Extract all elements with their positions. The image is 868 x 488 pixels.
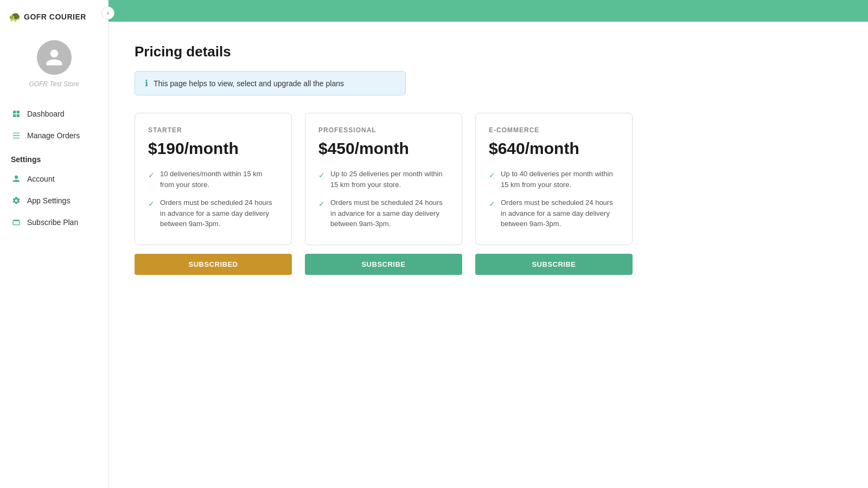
sidebar-item-account-label: Account bbox=[27, 175, 55, 183]
sidebar: ‹ 🐢 GOFR COURIER GOFR Test Store Dashboa… bbox=[0, 0, 108, 488]
plan-btn-area-starter: SUBSCRIBED bbox=[135, 254, 292, 275]
check-icon: ✓ bbox=[318, 198, 325, 210]
manage-orders-icon bbox=[11, 130, 22, 141]
subscribe-button-professional[interactable]: SUBSCRIBE bbox=[305, 254, 462, 275]
feature-text: Up to 40 deliveries per month within 15 … bbox=[501, 169, 619, 190]
sidebar-item-account[interactable]: Account bbox=[0, 168, 108, 190]
plan-features-ecommerce: ✓ Up to 40 deliveries per month within 1… bbox=[489, 169, 619, 229]
info-banner-text: This page helps to view, select and upgr… bbox=[154, 79, 344, 88]
logo-text: GOFR COURIER bbox=[24, 12, 86, 21]
plan-name-ecommerce: E-COMMERCE bbox=[489, 126, 619, 134]
plan-card-ecommerce-card: E-COMMERCE $640/month ✓ Up to 40 deliver… bbox=[475, 113, 633, 245]
feature-text: Orders must be scheduled 24 hours in adv… bbox=[160, 197, 278, 229]
sidebar-item-manage-orders-label: Manage Orders bbox=[27, 131, 80, 140]
logo-area: 🐢 GOFR COURIER bbox=[0, 0, 108, 31]
svg-rect-0 bbox=[13, 111, 16, 113]
check-icon: ✓ bbox=[148, 170, 155, 181]
sidebar-item-dashboard[interactable]: Dashboard bbox=[0, 103, 108, 125]
check-icon: ✓ bbox=[489, 198, 495, 210]
account-icon bbox=[11, 174, 22, 184]
plan-name-professional: PROFESSIONAL bbox=[318, 126, 449, 134]
app-settings-icon bbox=[11, 195, 22, 206]
plan-card-professional-card: PROFESSIONAL $450/month ✓ Up to 25 deliv… bbox=[305, 113, 462, 245]
content-area: Pricing details ℹ This page helps to vie… bbox=[108, 22, 868, 488]
store-name: GOFR Test Store bbox=[29, 80, 79, 88]
svg-rect-1 bbox=[17, 111, 20, 113]
avatar bbox=[37, 40, 72, 75]
plan-price-starter: $190/month bbox=[148, 139, 278, 158]
feature-item: ✓ 10 deliveries/month within 15 km from … bbox=[148, 169, 278, 190]
plan-price-ecommerce: $640/month bbox=[489, 139, 619, 158]
sidebar-item-app-settings-label: App Settings bbox=[27, 196, 70, 205]
subscribe-button-ecommerce[interactable]: SUBSCRIBE bbox=[475, 254, 633, 275]
feature-text: Orders must be scheduled 24 hours in adv… bbox=[330, 197, 449, 229]
plan-card-starter: STARTER $190/month ✓ 10 deliveries/month… bbox=[135, 113, 292, 275]
top-banner bbox=[108, 0, 868, 22]
plan-features-starter: ✓ 10 deliveries/month within 15 km from … bbox=[148, 169, 278, 229]
plan-card-starter-card: STARTER $190/month ✓ 10 deliveries/month… bbox=[135, 113, 292, 245]
feature-text: Up to 25 deliveries per month within 15 … bbox=[330, 169, 449, 190]
svg-rect-2 bbox=[13, 114, 16, 117]
page-title: Pricing details bbox=[135, 43, 842, 60]
plan-price-professional: $450/month bbox=[318, 139, 449, 158]
plan-features-professional: ✓ Up to 25 deliveries per month within 1… bbox=[318, 169, 449, 229]
dashboard-icon bbox=[11, 108, 22, 119]
sidebar-item-app-settings[interactable]: App Settings bbox=[0, 190, 108, 211]
check-icon: ✓ bbox=[318, 170, 325, 181]
info-icon: ℹ bbox=[145, 78, 148, 88]
plan-card-ecommerce: E-COMMERCE $640/month ✓ Up to 40 deliver… bbox=[475, 113, 633, 275]
sidebar-collapse-button[interactable]: ‹ bbox=[101, 7, 114, 20]
sidebar-navigation: Dashboard Manage Orders Settings Account… bbox=[0, 99, 108, 237]
check-icon: ✓ bbox=[148, 198, 155, 210]
feature-item: ✓ Orders must be scheduled 24 hours in a… bbox=[318, 197, 449, 229]
feature-item: ✓ Up to 40 deliveries per month within 1… bbox=[489, 169, 619, 190]
logo-icon: 🐢 bbox=[9, 11, 21, 23]
plan-name-starter: STARTER bbox=[148, 126, 278, 134]
info-banner: ℹ This page helps to view, select and up… bbox=[135, 71, 406, 95]
feature-item: ✓ Up to 25 deliveries per month within 1… bbox=[318, 169, 449, 190]
feature-item: ✓ Orders must be scheduled 24 hours in a… bbox=[148, 197, 278, 229]
plan-card-professional: PROFESSIONAL $450/month ✓ Up to 25 deliv… bbox=[305, 113, 462, 275]
check-icon: ✓ bbox=[489, 170, 495, 181]
feature-item: ✓ Orders must be scheduled 24 hours in a… bbox=[489, 197, 619, 229]
subscribe-plan-icon bbox=[11, 217, 22, 228]
sidebar-item-subscribe-plan-label: Subscribe Plan bbox=[27, 218, 78, 227]
feature-text: 10 deliveries/month within 15 km from yo… bbox=[160, 169, 278, 190]
sidebar-item-subscribe-plan[interactable]: Subscribe Plan bbox=[0, 211, 108, 233]
plan-btn-area-ecommerce: SUBSCRIBE bbox=[475, 254, 633, 275]
sidebar-item-dashboard-label: Dashboard bbox=[27, 110, 65, 118]
sidebar-item-manage-orders[interactable]: Manage Orders bbox=[0, 125, 108, 146]
avatar-icon bbox=[44, 48, 64, 67]
main-content: Pricing details ℹ This page helps to vie… bbox=[108, 0, 868, 488]
plan-btn-area-professional: SUBSCRIBE bbox=[305, 254, 462, 275]
user-area: GOFR Test Store bbox=[0, 31, 108, 99]
settings-section-label: Settings bbox=[0, 146, 108, 168]
subscribed-button[interactable]: SUBSCRIBED bbox=[135, 254, 292, 275]
feature-text: Orders must be scheduled 24 hours in adv… bbox=[501, 197, 619, 229]
pricing-grid: STARTER $190/month ✓ 10 deliveries/month… bbox=[135, 113, 842, 275]
svg-rect-3 bbox=[17, 114, 20, 117]
